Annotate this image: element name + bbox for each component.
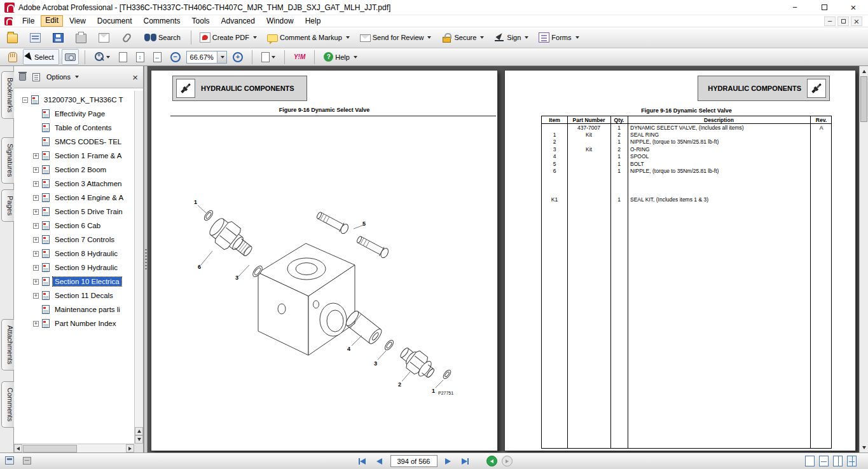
bookmark-item[interactable]: +Part Number Index [14, 316, 134, 330]
bookmark-item[interactable]: +Section 6 Cab [14, 219, 134, 233]
next-page-button[interactable] [442, 456, 455, 467]
expand-box-icon[interactable]: + [33, 181, 39, 187]
snapshot-button[interactable] [62, 49, 79, 65]
next-view-button[interactable] [502, 456, 513, 466]
doc-minimize-button[interactable] [824, 17, 836, 26]
help-button[interactable]: Help [320, 49, 361, 65]
page-display-button[interactable] [258, 49, 279, 65]
email-button[interactable] [95, 30, 113, 46]
minimize-button[interactable] [780, 0, 809, 15]
fit-width-button[interactable]: ↔ [150, 49, 165, 65]
fit-page-button[interactable]: ↕ [133, 49, 148, 65]
menu-edit[interactable]: Edit [41, 15, 63, 27]
bookmark-item[interactable]: +Section 1 Frame & A [14, 149, 134, 163]
organizer-button[interactable] [27, 30, 44, 46]
tab-comments[interactable]: Comments [1, 381, 14, 428]
expand-box-icon[interactable]: + [33, 209, 39, 215]
scroll-down-button[interactable] [860, 443, 868, 452]
hand-tool-button[interactable] [5, 49, 20, 65]
bookmark-item[interactable]: −31200730_K_TH336C T [14, 93, 134, 107]
expand-box-icon[interactable]: + [33, 265, 39, 271]
menu-advanced[interactable]: Advanced [216, 15, 260, 27]
yim-button[interactable]: Y!M [291, 49, 308, 65]
previous-view-button[interactable] [486, 456, 497, 466]
scroll-up-button[interactable] [135, 427, 143, 435]
zoom-tool-button[interactable] [91, 49, 113, 65]
document-area[interactable]: HYDRAULIC COMPONENTS Figure 9-16 Dynamic… [148, 66, 859, 452]
bookmark-item[interactable]: +Section 9 Hydraulic [14, 261, 134, 275]
menu-document[interactable]: Document [92, 15, 137, 27]
expand-box-icon[interactable]: + [33, 195, 39, 201]
maximize-button[interactable] [809, 0, 839, 15]
splitter-view-icon[interactable] [23, 457, 31, 465]
bookmark-item[interactable]: +Section 7 Controls [14, 233, 134, 247]
zoom-combo-button[interactable] [217, 51, 226, 63]
zoom-out-button[interactable]: − [167, 49, 184, 65]
actual-size-button[interactable] [116, 49, 130, 65]
send-review-button[interactable]: Send for Review [357, 30, 435, 46]
previous-page-button[interactable] [373, 456, 386, 467]
open-button[interactable] [4, 30, 21, 46]
bookmark-item[interactable]: +Section 4 Engine & A [14, 191, 134, 205]
scroll-left-button[interactable] [14, 444, 22, 452]
menu-file[interactable]: File [17, 15, 39, 27]
expand-bookmark-icon[interactable] [32, 73, 40, 81]
tab-attachments[interactable]: Attachments [1, 319, 14, 370]
menu-view[interactable]: View [64, 15, 91, 27]
bookmark-item[interactable]: +Section 3 Attachmen [14, 177, 134, 191]
bookmark-item[interactable]: +Section 8 Hydraulic [14, 247, 134, 261]
bookmarks-vscrollbar[interactable] [134, 91, 143, 444]
select-tool-button[interactable]: Select [23, 49, 59, 65]
close-button[interactable] [839, 0, 868, 15]
doc-close-button[interactable] [851, 17, 862, 26]
single-page-layout-button[interactable] [805, 456, 815, 466]
scroll-up-button[interactable] [860, 67, 868, 76]
create-pdf-button[interactable]: Create PDF [196, 30, 260, 46]
bookmark-item[interactable]: Table of Contents [14, 121, 134, 135]
sign-button[interactable]: Sign [491, 30, 532, 46]
secure-button[interactable]: Secure [438, 30, 487, 46]
menu-help[interactable]: Help [300, 15, 326, 27]
forms-button[interactable]: Forms [535, 30, 582, 46]
vscroll-thumb[interactable] [860, 76, 867, 122]
expand-box-icon[interactable]: + [33, 223, 39, 229]
menu-tools[interactable]: Tools [187, 15, 215, 27]
bookmark-item[interactable]: +Section 5 Drive Train [14, 205, 134, 219]
bookmark-item[interactable]: +Section 10 Electrica [14, 275, 134, 289]
two-up-layout-button[interactable] [833, 456, 843, 466]
save-button[interactable] [50, 30, 67, 46]
tab-signatures[interactable]: Signatures [1, 137, 14, 184]
bookmark-item[interactable]: +Section 11 Decals [14, 289, 134, 302]
expand-box-icon[interactable]: + [33, 321, 39, 327]
menu-window[interactable]: Window [261, 15, 299, 27]
continuous-layout-button[interactable] [819, 456, 829, 466]
collapse-box-icon[interactable]: − [22, 97, 28, 103]
options-menu[interactable]: Options [46, 73, 79, 81]
search-button[interactable]: Search [141, 30, 186, 46]
hscroll-thumb[interactable] [23, 445, 77, 452]
scroll-down-button[interactable] [135, 435, 143, 444]
expand-box-icon[interactable]: + [33, 153, 39, 159]
panel-close-button[interactable] [132, 72, 138, 83]
document-vscrollbar[interactable] [859, 66, 868, 452]
bookmarks-hscrollbar[interactable] [14, 444, 134, 452]
tab-pages[interactable]: Pages [1, 189, 14, 222]
expand-box-icon[interactable]: + [33, 237, 39, 243]
print-button[interactable] [72, 30, 90, 46]
two-up-continuous-layout-button[interactable] [847, 456, 857, 466]
first-page-button[interactable] [356, 456, 369, 467]
menu-comments[interactable]: Comments [139, 15, 186, 27]
bookmark-item[interactable]: Effectivity Page [14, 107, 134, 121]
bookmark-item[interactable]: +Section 2 Boom [14, 163, 134, 177]
zoom-level-combo[interactable]: 66.67% [186, 51, 227, 64]
page-number-field[interactable] [390, 455, 437, 467]
expand-box-icon[interactable]: + [33, 279, 39, 285]
bookmark-item[interactable]: Maintenance parts li [14, 302, 134, 316]
comment-markup-button[interactable]: Comment & Markup [264, 30, 353, 46]
attach-button[interactable] [118, 30, 135, 46]
expand-box-icon[interactable]: + [33, 167, 39, 173]
doc-restore-button[interactable] [837, 17, 849, 26]
bookmark-item[interactable]: SMCS CODES- TEL [14, 135, 134, 149]
scroll-right-button[interactable] [126, 444, 134, 452]
tab-bookmarks[interactable]: Bookmarks [1, 71, 14, 119]
